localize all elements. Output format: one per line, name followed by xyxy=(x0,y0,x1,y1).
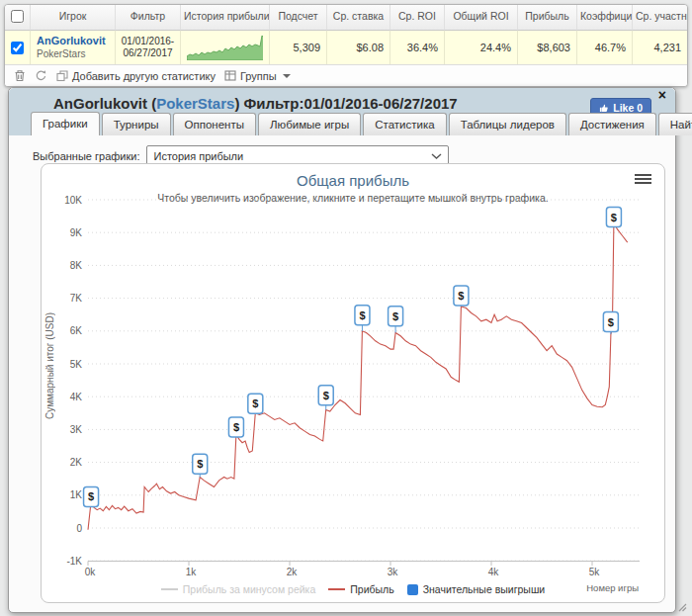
chevron-down-icon xyxy=(431,153,442,159)
groups-label: Группы xyxy=(240,70,277,82)
stats-toolbar: Добавить другую статистику Группы xyxy=(5,64,687,86)
profit-history-cell xyxy=(181,31,270,64)
tab-opponents[interactable]: Оппоненты xyxy=(173,113,256,135)
chevron-down-icon xyxy=(283,74,291,78)
chart-type-value: История прибыли xyxy=(153,150,243,162)
profit-line xyxy=(88,222,628,530)
row-checkbox[interactable] xyxy=(11,42,24,54)
trash-icon xyxy=(14,69,26,82)
stats-widget: ИгрокФильтрИстория прибылиПодсчетСр. ста… xyxy=(4,4,688,87)
title-site-name: PokerStars xyxy=(156,95,234,112)
svg-text:$: $ xyxy=(323,390,329,401)
legend-item[interactable]: Прибыль за минусом рейка xyxy=(161,583,315,595)
svg-text:9K: 9K xyxy=(70,227,83,238)
chart-legend: Прибыль за минусом рейкаПрибыльЗначитель… xyxy=(42,583,664,595)
avg-stake-cell: $6.08 xyxy=(327,31,390,64)
svg-text:-1K: -1K xyxy=(66,556,82,567)
avg-entrants-cell: 4,231 xyxy=(633,31,687,64)
row-checkbox-cell xyxy=(5,31,31,64)
avg-roi-cell: 36.4% xyxy=(390,31,445,64)
legend-item[interactable]: Значительные выигрыши xyxy=(407,583,545,595)
tab-favorite-games[interactable]: Любимые игры xyxy=(258,113,361,135)
svg-text:$: $ xyxy=(197,458,203,470)
column-header[interactable]: Фильтр xyxy=(116,5,181,31)
groups-icon xyxy=(224,70,236,81)
column-header[interactable]: Прибыль xyxy=(518,5,577,31)
svg-text:0k: 0k xyxy=(85,567,97,577)
count-cell: 5,309 xyxy=(270,31,327,64)
column-header[interactable]: Ср. ROI xyxy=(390,5,445,31)
column-header[interactable]: Ср. участники xyxy=(633,5,687,31)
resize-handle[interactable] xyxy=(677,602,687,612)
legend-label: Прибыль за минусом рейка xyxy=(183,583,315,595)
filter-cell: 01/01/2016- 06/27/2017 xyxy=(116,31,181,64)
groups-button[interactable]: Группы xyxy=(224,70,291,82)
profit-cell: $8,603 xyxy=(518,31,577,64)
refresh-button[interactable] xyxy=(35,69,47,82)
close-icon[interactable]: × xyxy=(658,88,666,102)
player-site-label: PokerStars xyxy=(37,48,85,60)
svg-text:$: $ xyxy=(608,316,614,328)
refresh-icon xyxy=(35,69,47,82)
player-cell: AnGorlukovit PokerStars xyxy=(31,31,116,64)
column-header[interactable]: Подсчет xyxy=(270,5,327,31)
column-header[interactable]: Общий ROI xyxy=(445,5,518,31)
player-link[interactable]: AnGorlukovit xyxy=(37,35,106,47)
significant-win-swatch xyxy=(407,584,418,595)
svg-text:2K: 2K xyxy=(70,457,83,468)
svg-text:1k: 1k xyxy=(186,567,198,577)
svg-text:$: $ xyxy=(458,290,464,302)
svg-text:2k: 2k xyxy=(287,567,299,577)
player-detail-panel: AnGorlukovit (PokerStars) Фильтр:01/01/2… xyxy=(8,87,676,613)
tab-statistics[interactable]: Статистика xyxy=(363,113,446,135)
svg-text:5k: 5k xyxy=(589,567,601,577)
svg-text:$: $ xyxy=(233,421,239,433)
svg-text:8K: 8K xyxy=(70,260,83,271)
column-header[interactable]: Ср. ставка xyxy=(327,5,390,31)
total-roi-cell: 24.4% xyxy=(445,31,518,64)
profit-chart-svg[interactable]: 10K9K8K7K6K5K4K3K2K1K0-1K0k1k2k3k4k5k$$$… xyxy=(42,164,664,602)
select-all-header-cell xyxy=(5,5,31,31)
copy-icon xyxy=(56,70,68,82)
svg-text:0: 0 xyxy=(76,523,82,534)
tab-achievements[interactable]: Достижения xyxy=(568,113,656,135)
series-swatch xyxy=(328,588,345,590)
filter-date-line1: 01/01/2016- xyxy=(122,36,174,47)
column-header[interactable]: История прибыли xyxy=(181,5,270,31)
select-all-checkbox[interactable] xyxy=(11,10,24,23)
svg-text:$: $ xyxy=(611,212,617,223)
column-header[interactable]: Игрок xyxy=(31,5,116,31)
svg-text:4k: 4k xyxy=(488,567,500,577)
legend-label: Значительные выигрыши xyxy=(423,583,545,595)
svg-text:$: $ xyxy=(359,309,365,321)
panel-header: AnGorlukovit (PokerStars) Фильтр:01/01/2… xyxy=(9,88,675,135)
svg-text:5K: 5K xyxy=(70,359,83,370)
column-header[interactable]: Коэффициент xyxy=(577,5,633,31)
tab-find[interactable]: Найти xyxy=(658,113,692,135)
tab-leaderboards[interactable]: Таблицы лидеров xyxy=(449,113,566,135)
svg-text:7K: 7K xyxy=(70,293,83,304)
add-statistic-label: Добавить другую статистику xyxy=(72,70,216,82)
delete-button[interactable] xyxy=(14,69,26,82)
svg-text:1K: 1K xyxy=(70,489,83,500)
tab-tournaments[interactable]: Турниры xyxy=(102,113,171,135)
x-axis-title: Номер игры xyxy=(586,582,639,593)
svg-text:3K: 3K xyxy=(70,424,83,435)
svg-text:4K: 4K xyxy=(70,392,83,402)
table-row: AnGorlukovit PokerStars 01/01/2016- 06/2… xyxy=(5,31,687,64)
tab-charts[interactable]: Графики xyxy=(31,112,100,135)
title-player-name: AnGorlukovit ( xyxy=(53,95,156,112)
legend-label: Прибыль xyxy=(350,583,393,595)
svg-text:$: $ xyxy=(252,397,258,409)
title-filter-text: ) Фильтр:01/01/2016-06/27/2017 xyxy=(234,95,457,112)
svg-text:$: $ xyxy=(88,490,94,502)
stats-table-header: ИгрокФильтрИстория прибылиПодсчетСр. ста… xyxy=(5,5,687,31)
series-swatch xyxy=(161,588,178,590)
filter-date-line2: 06/27/2017 xyxy=(123,47,172,59)
legend-item[interactable]: Прибыль xyxy=(328,583,393,595)
coefficient-cell: 46.7% xyxy=(577,31,633,64)
add-statistic-button[interactable]: Добавить другую статистику xyxy=(56,70,216,82)
profit-sparkline[interactable] xyxy=(187,35,263,60)
panel-title: AnGorlukovit (PokerStars) Фильтр:01/01/2… xyxy=(53,95,458,112)
svg-text:6K: 6K xyxy=(70,325,83,336)
